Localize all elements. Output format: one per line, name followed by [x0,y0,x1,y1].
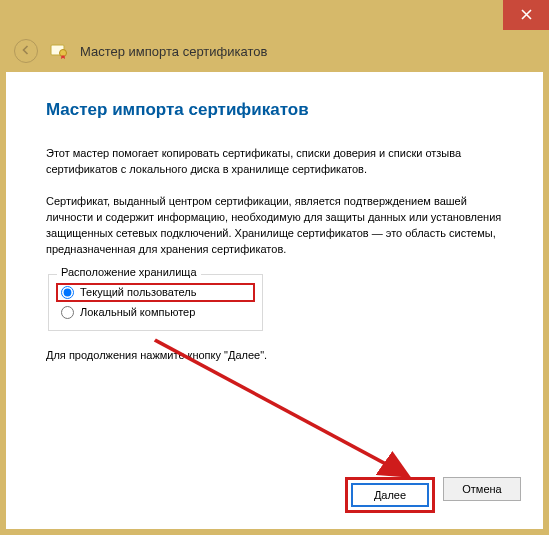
radio-current-user-input[interactable] [61,286,74,299]
radio-current-user[interactable]: Текущий пользователь [61,285,250,300]
titlebar [0,0,549,30]
continue-hint: Для продолжения нажмите кнопку "Далее". [46,349,503,361]
back-button[interactable] [14,39,38,63]
arrow-left-icon [20,43,32,59]
store-location-legend: Расположение хранилища [57,266,201,278]
radio-current-user-label: Текущий пользователь [80,286,196,298]
radio-local-machine[interactable]: Локальный компьютер [61,305,250,320]
wizard-page: Мастер импорта сертификатов Этот мастер … [6,72,543,529]
description-text: Сертификат, выданный центром сертификаци… [46,194,503,258]
content-frame: Мастер импорта сертификатов Этот мастер … [0,72,549,535]
radio-local-machine-input[interactable] [61,306,74,319]
close-icon [521,7,532,23]
annotation-highlight-next: Далее [345,477,435,513]
radio-local-machine-label: Локальный компьютер [80,306,195,318]
cancel-button-label: Отмена [462,483,501,495]
close-button[interactable] [503,0,549,30]
svg-point-1 [60,50,67,57]
window-title: Мастер импорта сертификатов [80,44,267,59]
next-button-label: Далее [374,489,406,501]
cancel-button[interactable]: Отмена [443,477,521,501]
page-title: Мастер импорта сертификатов [46,100,503,120]
button-row: Далее Отмена [345,477,521,513]
wizard-header: Мастер импорта сертификатов [0,30,549,72]
annotation-highlight-current-user: Текущий пользователь [56,283,255,302]
intro-text: Этот мастер помогает копировать сертифик… [46,146,503,178]
next-button[interactable]: Далее [351,483,429,507]
store-location-group: Расположение хранилища Текущий пользоват… [48,274,263,331]
certificate-icon [50,42,68,60]
